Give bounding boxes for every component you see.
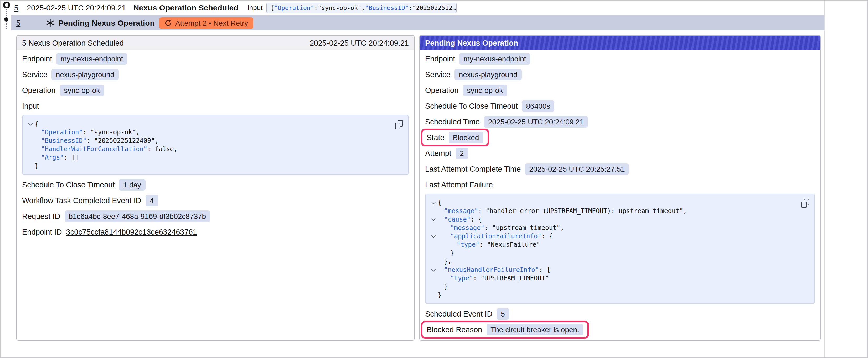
json-token: : [314, 4, 318, 11]
json-token: : [539, 266, 547, 273]
json-token: } [35, 162, 38, 169]
json-token: , [136, 129, 140, 136]
copy-button[interactable] [395, 120, 403, 129]
event-timestamp: 2025-02-25 UTC 20:24:09.21 [27, 3, 126, 12]
input-json-viewer: {"Operation": "sync-op-ok","BusinessID":… [22, 115, 409, 175]
gutter-space [429, 291, 438, 299]
field-label: Endpoint ID [22, 228, 62, 236]
detail-row: Request IDb1c6a4bc-8ee7-468a-9169-df3b02… [22, 210, 409, 222]
gutter-space [429, 274, 438, 283]
json-line-text: "type": "NexusFailure" [438, 240, 540, 249]
collapse-toggle[interactable] [26, 120, 35, 128]
json-token: "Operation" [274, 4, 314, 11]
json-line: "cause": { [429, 215, 809, 224]
failure-json-viewer: {"message": "handler error (UPSTREAM_TIM… [425, 194, 815, 304]
json-token: "message" [450, 224, 485, 231]
json-line: { [429, 198, 809, 207]
chevron-down-icon [431, 217, 436, 221]
event-detail-panel: 5 Nexus Operation Scheduled 2025-02-25 U… [16, 35, 414, 341]
json-token: "HandlerWaitForCancellation" [41, 145, 147, 153]
gutter-space [429, 249, 438, 257]
chevron-down-icon [28, 121, 33, 126]
json-line: "Args": [] [26, 153, 403, 162]
json-line-text: "message": "upstream timeout", [438, 224, 564, 232]
gutter-space [429, 207, 438, 215]
json-token: "cause" [444, 216, 470, 223]
field-value-badge: 2 [456, 148, 468, 159]
event-id-link[interactable]: 5 [14, 3, 19, 12]
json-line-text: { [438, 198, 441, 207]
gutter-space [26, 145, 35, 153]
chevron-down-icon [431, 200, 436, 204]
event-detail-title: 5 Nexus Operation Scheduled [22, 39, 124, 47]
detail-row: Scheduled Time2025-02-25 UTC 20:24:09.21 [425, 116, 815, 128]
json-token: [] [71, 154, 79, 161]
json-token: "sync-op-ok" [318, 4, 361, 11]
failure-section-label: Last Attempt Failure [425, 179, 815, 191]
json-line-text: "HandlerWaitForCancellation": false, [35, 145, 178, 153]
event-name: Nexus Operation Scheduled [133, 3, 238, 12]
field-label: Service [22, 70, 48, 79]
field-label: Scheduled Event ID [425, 310, 492, 318]
json-token: : [473, 274, 481, 282]
detail-row: Operationsync-op-ok [425, 85, 815, 96]
annotation-highlight: StateBlocked [421, 129, 489, 147]
field-group: Endpointmy-nexus-endpointServicenexus-pl… [425, 53, 815, 175]
json-token: , [362, 4, 365, 11]
json-line-text: "applicationFailureInfo": { [438, 232, 553, 240]
json-token: : [147, 145, 155, 153]
json-token: false [155, 145, 174, 153]
event-summary-row[interactable]: 5 2025-02-25 UTC 20:24:09.21 Nexus Opera… [14, 1, 456, 15]
field-value-badge: 1 day [119, 179, 146, 191]
json-line: "Operation": "sync-op-ok", [26, 128, 403, 136]
pending-event-id-link[interactable]: 5 [16, 19, 21, 27]
input-preview-chip[interactable]: {"Operation":"sync-op-ok","BusinessID":"… [266, 2, 456, 13]
pending-operation-row[interactable]: 5 Pending Nexus Operation Attempt 2 • Ne… [11, 15, 825, 30]
json-token: "message" [444, 207, 478, 215]
json-line: "BusinessID": "20250225122409", [26, 136, 403, 145]
collapse-toggle[interactable] [429, 198, 438, 207]
json-token: : [478, 207, 486, 215]
field-value-badge: nexus-playground [455, 69, 522, 80]
retry-attempt-badge: Attempt 2 • Next Retry [159, 17, 253, 29]
json-token: : [409, 4, 412, 11]
copy-button[interactable] [801, 199, 809, 208]
json-token: { [547, 266, 550, 273]
json-token: : [485, 224, 492, 231]
json-token: } [450, 249, 454, 257]
retry-icon [165, 19, 172, 27]
gutter-space [429, 224, 438, 232]
event-group-ring-icon [3, 2, 10, 8]
detail-row: Scheduled Event ID5 [425, 308, 815, 320]
gutter-space [429, 257, 438, 266]
json-line-text: } [438, 291, 441, 299]
detail-row: StateBlocked [425, 132, 815, 143]
gutter-space [429, 240, 438, 249]
json-line-text: "BusinessID": "20250225122409", [35, 136, 159, 145]
event-detail-timestamp: 2025-02-25 UTC 20:24:09.21 [310, 39, 409, 47]
json-line: "message": "handler error (UPSTREAM_TIME… [429, 207, 809, 215]
json-line: }, [429, 257, 809, 266]
copy-icon [801, 202, 807, 208]
field-label: State [427, 133, 444, 142]
json-token: } [444, 283, 448, 290]
field-label: Schedule To Close Timeout [22, 181, 115, 189]
json-token: "UPSTREAM_TIMEOUT" [481, 274, 549, 282]
detail-panels: 5 Nexus Operation Scheduled 2025-02-25 U… [16, 35, 821, 341]
json-token: , [155, 137, 159, 144]
pending-operation-header-title: Pending Nexus Operation [425, 39, 518, 47]
detail-row: Blocked ReasonThe circuit breaker is ope… [425, 324, 815, 335]
field-value-badge: my-nexus-endpoint [460, 53, 530, 65]
collapse-toggle[interactable] [429, 232, 438, 240]
field-value-link[interactable]: 3c0c75ccfa8144b092c13ce632463761 [66, 228, 197, 236]
retry-badge-label: Attempt 2 • Next Retry [175, 19, 248, 27]
field-label: Schedule To Close Timeout [425, 102, 518, 110]
detail-row: Attempt2 [425, 148, 815, 159]
detail-row: Endpointmy-nexus-endpoint [425, 53, 815, 65]
json-line-text: "type": "UPSTREAM_TIMEOUT" [438, 274, 549, 283]
event-dot-icon [4, 17, 8, 22]
collapse-toggle[interactable] [429, 215, 438, 224]
json-token: : [64, 154, 71, 161]
collapse-toggle[interactable] [429, 266, 438, 274]
pending-operation-title: Pending Nexus Operation [58, 19, 155, 27]
